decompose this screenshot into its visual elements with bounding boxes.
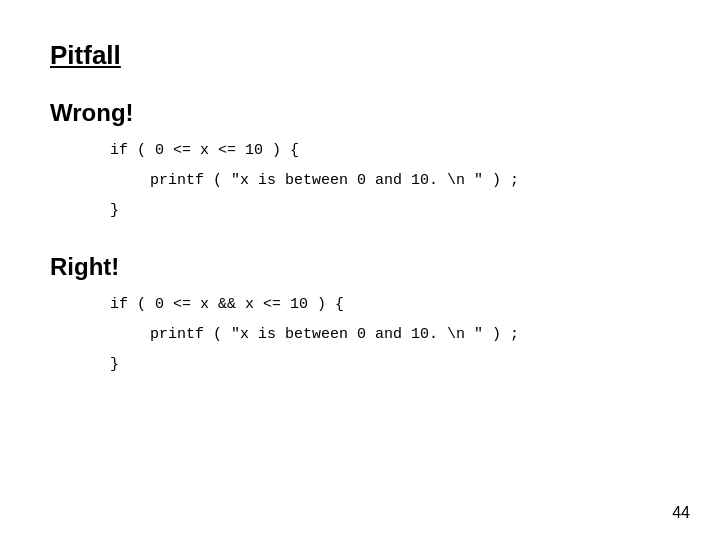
right-label: Right! (50, 253, 670, 281)
wrong-code-line3: } (50, 199, 670, 223)
wrong-code-line2: printf ( "x is between 0 and 10. \n " ) … (50, 169, 670, 193)
slide-title: Pitfall (50, 40, 670, 71)
wrong-section: Wrong! if ( 0 <= x <= 10 ) { printf ( "x… (50, 99, 670, 223)
wrong-label: Wrong! (50, 99, 670, 127)
wrong-code-line1: if ( 0 <= x <= 10 ) { (50, 139, 670, 163)
right-section: Right! if ( 0 <= x && x <= 10 ) { printf… (50, 253, 670, 377)
slide-content: Pitfall Wrong! if ( 0 <= x <= 10 ) { pri… (0, 0, 720, 437)
right-code-line2: printf ( "x is between 0 and 10. \n " ) … (50, 323, 670, 347)
right-code-line3: } (50, 353, 670, 377)
right-code-line1: if ( 0 <= x && x <= 10 ) { (50, 293, 670, 317)
page-number: 44 (672, 504, 690, 522)
